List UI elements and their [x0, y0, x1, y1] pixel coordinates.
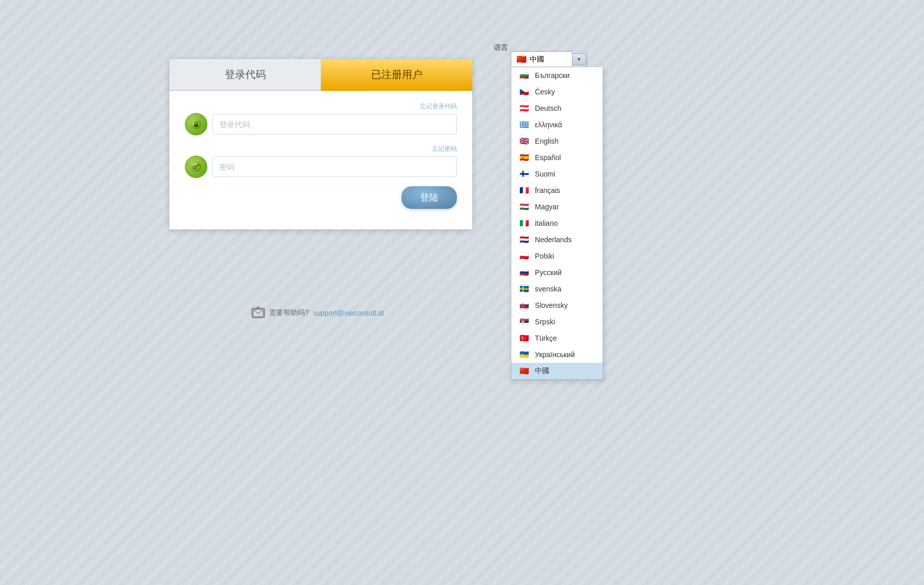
- language-name: ελληνικά: [535, 121, 562, 129]
- key-badge-icon: [190, 119, 202, 130]
- forgot-password-row: 忘记密码: [185, 144, 457, 153]
- flag-icon: 🇮🇹: [518, 219, 530, 228]
- language-name: Български: [535, 71, 569, 80]
- language-name: Український: [535, 350, 575, 359]
- forgot-login-row: 忘记登录代码: [185, 101, 457, 111]
- language-option[interactable]: 🇨🇳中國: [511, 363, 603, 379]
- help-label: 需要帮助吗?: [269, 308, 309, 318]
- language-dropdown-arrow[interactable]: ▼: [572, 53, 586, 65]
- language-name: italiano: [535, 219, 557, 227]
- language-name: Magyar: [535, 203, 559, 211]
- flag-icon: 🇨🇳: [518, 366, 530, 376]
- language-name: Nederlands: [535, 236, 572, 244]
- flag-icon: 🇦🇹: [518, 104, 530, 113]
- language-option[interactable]: 🇷🇺Русский: [511, 264, 603, 281]
- flag-icon: 🇵🇱: [518, 251, 530, 261]
- language-label: 语言: [494, 43, 508, 52]
- email-icon: [252, 308, 265, 318]
- login-button-row: 登陆: [185, 186, 457, 209]
- language-name: Türkçe: [535, 334, 557, 342]
- language-option[interactable]: 🇧🇬Български: [511, 67, 603, 84]
- svg-line-7: [199, 164, 199, 165]
- flag-icon: 🇺🇦: [518, 350, 530, 359]
- login-code-icon: [185, 113, 207, 135]
- language-option[interactable]: 🇬🇧English: [511, 133, 603, 149]
- language-name: Polski: [535, 252, 554, 260]
- flag-icon: 🇫🇷: [518, 186, 530, 195]
- tab-login-code[interactable]: 登录代码: [169, 59, 321, 91]
- language-option[interactable]: 🇬🇷ελληνικά: [511, 116, 603, 133]
- flag-icon: 🇸🇪: [518, 284, 530, 294]
- forgot-login-link[interactable]: 忘记登录代码: [420, 103, 457, 110]
- language-name: Suomi: [535, 170, 555, 178]
- flag-icon: 🇨🇿: [518, 87, 530, 96]
- language-option[interactable]: 🇦🇹Deutsch: [511, 100, 603, 116]
- login-panel: 登录代码 已注册用户 忘记登录代码: [169, 59, 472, 229]
- language-option[interactable]: 🇳🇱Nederlands: [511, 231, 603, 248]
- tab-row: 登录代码 已注册用户: [169, 59, 472, 91]
- flag-icon: 🇹🇷: [518, 334, 530, 343]
- language-option[interactable]: 🇨🇿Česky: [511, 84, 603, 100]
- login-code-input-row: [185, 113, 457, 135]
- language-option[interactable]: 🇷🇸Srpski: [511, 314, 603, 330]
- language-name: Slovensky: [535, 301, 568, 309]
- selected-flag: 🇨🇳: [516, 54, 527, 64]
- language-name: français: [535, 186, 560, 194]
- language-option[interactable]: 🇫🇮Suomi: [511, 166, 603, 182]
- login-button[interactable]: 登陆: [401, 186, 457, 209]
- language-option[interactable]: 🇫🇷français: [511, 182, 603, 199]
- language-name: Česky: [535, 88, 555, 96]
- language-name: Deutsch: [535, 104, 561, 112]
- language-dropdown-menu: 🇧🇬Български🇨🇿Česky🇦🇹Deutsch🇬🇷ελληνικά🇬🇧E…: [511, 67, 603, 380]
- key-icon: [190, 161, 202, 172]
- selected-language-label: 中國: [530, 55, 544, 64]
- language-option[interactable]: 🇸🇪svenska: [511, 281, 603, 297]
- svg-point-2: [196, 125, 197, 126]
- language-option[interactable]: 🇵🇱Polski: [511, 248, 603, 264]
- flag-icon: 🇬🇧: [518, 136, 530, 146]
- form-area: 忘记登录代码: [169, 91, 472, 229]
- flag-icon: 🇳🇱: [518, 235, 530, 244]
- language-name: Русский: [535, 268, 562, 277]
- flag-icon: 🇫🇮: [518, 169, 530, 179]
- forgot-password-link[interactable]: 忘记密码: [432, 145, 457, 152]
- flag-icon: 🇬🇷: [518, 120, 530, 129]
- language-option[interactable]: 🇺🇦Український: [511, 346, 603, 363]
- svg-line-6: [198, 165, 198, 166]
- flag-icon: 🇭🇺: [518, 202, 530, 211]
- language-name: svenska: [535, 285, 561, 293]
- password-input-row: [185, 155, 457, 178]
- password-icon: [185, 155, 207, 178]
- language-option[interactable]: 🇹🇷Türkçe: [511, 330, 603, 346]
- help-footer: 需要帮助吗? support@vieconsult.at: [252, 308, 384, 318]
- language-option[interactable]: 🇭🇺Magyar: [511, 199, 603, 215]
- arrow-icon: ▼: [576, 56, 582, 62]
- password-input[interactable]: [213, 157, 457, 177]
- language-name: 中國: [535, 366, 549, 376]
- envelope-icon: [253, 309, 264, 317]
- language-name: Srpski: [535, 318, 555, 326]
- flag-icon: 🇷🇺: [518, 268, 530, 277]
- language-selector-button[interactable]: 🇨🇳 中國: [511, 51, 572, 67]
- language-option[interactable]: 🇸🇰Slovensky: [511, 297, 603, 314]
- language-selector-wrapper: 🇨🇳 中國 ▼: [511, 51, 586, 67]
- language-name: Español: [535, 153, 561, 162]
- language-option[interactable]: 🇮🇹italiano: [511, 215, 603, 231]
- flag-icon: 🇸🇰: [518, 301, 530, 310]
- login-code-input[interactable]: [213, 114, 457, 134]
- language-name: English: [535, 137, 559, 145]
- help-email-link[interactable]: support@vieconsult.at: [313, 309, 384, 317]
- flag-icon: 🇷🇸: [518, 317, 530, 326]
- language-option[interactable]: 🇪🇸Español: [511, 149, 603, 166]
- flag-icon: 🇧🇬: [518, 71, 530, 80]
- flag-icon: 🇪🇸: [518, 153, 530, 162]
- language-selector-container: 🇨🇳 中國 ▼ 🇧🇬Български🇨🇿Česky🇦🇹Deutsch🇬🇷ελλ…: [511, 51, 586, 67]
- tab-registered-user[interactable]: 已注册用户: [321, 59, 472, 91]
